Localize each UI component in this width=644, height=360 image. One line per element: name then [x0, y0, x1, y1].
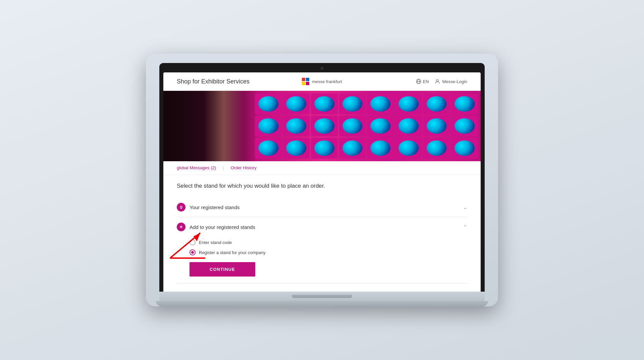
registered-stands-header[interactable]: 0 Your registered stands ⌄ — [177, 197, 467, 217]
lang-label: EN — [423, 79, 429, 84]
svg-rect-3 — [306, 82, 309, 85]
screen: Shop for Exhibitor Services messe fran — [163, 72, 481, 292]
order-history-tab[interactable]: Order History — [230, 165, 256, 170]
svg-rect-2 — [302, 82, 305, 85]
header-nav: EN Messe-Login — [370, 78, 467, 84]
add-stands-badge: + — [177, 223, 185, 231]
chevron-up-icon: ⌃ — [463, 224, 467, 230]
logo-text: messe frankfurt — [312, 79, 342, 84]
language-button[interactable]: EN — [416, 78, 429, 84]
header: Shop for Exhibitor Services messe fran — [163, 72, 481, 91]
register-stand-option[interactable]: Register a stand for your company — [190, 249, 467, 255]
add-stands-body: Enter stand code Register a stand for yo… — [177, 237, 467, 283]
enter-stand-code-label: Enter stand code — [199, 240, 232, 245]
circle-grid — [252, 91, 481, 161]
add-stands-header[interactable]: + Add to your registered stands ⌃ — [177, 217, 467, 237]
page-subtitle: Select the stand for which you would lik… — [177, 183, 467, 189]
nav-divider: | — [223, 165, 224, 170]
nav-tabs: global Messages (2) | Order History — [163, 161, 481, 175]
laptop-bottom — [156, 301, 488, 306]
svg-rect-0 — [302, 78, 305, 81]
svg-point-7 — [436, 79, 438, 81]
shop-title: Shop for Exhibitor Services — [177, 78, 274, 85]
registered-stands-section: 0 Your registered stands ⌄ — [177, 197, 467, 217]
messages-tab[interactable]: global Messages (2) — [177, 165, 216, 170]
svg-rect-1 — [306, 78, 309, 81]
laptop-base — [159, 292, 485, 301]
register-stand-label: Register a stand for your company — [199, 250, 266, 255]
registered-stands-badge: 0 — [177, 203, 185, 212]
camera-dot — [321, 67, 323, 70]
add-stands-title: Add to your registered stands — [190, 224, 255, 230]
logo-icon — [302, 78, 309, 85]
login-button[interactable]: Messe-Login — [434, 78, 467, 84]
radio-button-enter-code[interactable] — [190, 239, 196, 245]
laptop-notch — [292, 295, 352, 298]
hero-image — [163, 91, 481, 161]
continue-button[interactable]: CONTINUE — [190, 262, 255, 277]
enter-stand-code-option[interactable]: Enter stand code — [190, 239, 467, 245]
login-label: Messe-Login — [442, 79, 467, 84]
main-content: Select the stand for which you would lik… — [163, 175, 481, 292]
registered-stands-title: Your registered stands — [190, 204, 240, 210]
radio-group: Enter stand code Register a stand for yo… — [190, 239, 467, 255]
add-stands-section: + Add to your registered stands ⌃ Enter … — [177, 217, 467, 284]
logo-area: messe frankfurt — [274, 78, 371, 85]
chevron-down-icon: ⌄ — [463, 204, 467, 211]
radio-button-register-stand[interactable] — [190, 249, 196, 255]
